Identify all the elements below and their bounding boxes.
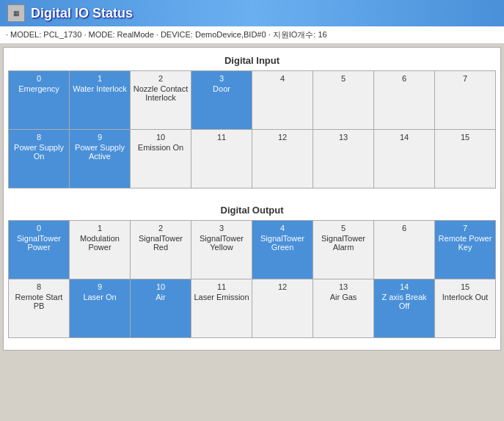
cell-number: 12 xyxy=(255,133,310,142)
digital-input-grid: 0Emergency1Water Interlock2Nozzle Contac… xyxy=(8,70,496,188)
grid-cell-15[interactable]: 15 xyxy=(435,130,496,188)
cell-number: 5 xyxy=(315,74,371,83)
grid-cell-3[interactable]: 3Door xyxy=(191,71,252,130)
cell-number: 9 xyxy=(72,282,128,291)
cell-label: Air Gas xyxy=(315,293,371,301)
cell-label: Remote Power Key xyxy=(437,234,493,252)
icon-graphic: ▦ xyxy=(13,10,20,17)
grid-cell-0[interactable]: 0Emergency xyxy=(9,71,70,130)
cell-label: Interlock Out xyxy=(437,293,493,301)
cell-number: 4 xyxy=(255,224,310,233)
title-bar-text: Digital IO Status xyxy=(31,6,133,21)
cell-number: 15 xyxy=(437,282,493,291)
grid-cell-1[interactable]: 1Water Interlock xyxy=(70,71,131,130)
cell-number: 3 xyxy=(194,74,249,83)
cell-number: 0 xyxy=(11,74,67,83)
cell-number: 12 xyxy=(255,282,310,291)
cell-label: Power Supply On xyxy=(11,143,67,161)
cell-label: Air xyxy=(133,293,189,301)
cell-label: Emission On xyxy=(133,143,189,152)
grid-cell-6[interactable]: 6 xyxy=(374,71,435,130)
grid-cell-9[interactable]: 9Laser On xyxy=(70,279,131,338)
cell-label: Z axis Break Off xyxy=(376,293,432,310)
cell-label: Remote Start PB xyxy=(11,293,67,310)
grid-cell-0[interactable]: 0SignalTower Power xyxy=(9,221,70,279)
grid-cell-12[interactable]: 12 xyxy=(252,130,313,188)
cell-label: SignalTower Green xyxy=(255,234,310,252)
grid-cell-12[interactable]: 12 xyxy=(252,279,313,338)
grid-cell-9[interactable]: 9Power Supply Active xyxy=(70,130,131,188)
cell-number: 11 xyxy=(194,133,249,142)
cell-number: 14 xyxy=(376,282,432,291)
cell-number: 13 xyxy=(315,133,371,142)
grid-cell-15[interactable]: 15Interlock Out xyxy=(435,279,496,338)
cell-label: Water Interlock xyxy=(72,84,128,93)
cell-label: SignalTower Red xyxy=(133,234,189,252)
cell-number: 5 xyxy=(315,224,371,233)
grid-cell-2[interactable]: 2SignalTower Red xyxy=(131,221,191,279)
cell-label: Power Supply Active xyxy=(72,143,128,161)
cell-number: 4 xyxy=(255,74,310,83)
cell-number: 3 xyxy=(194,224,249,233)
cell-number: 1 xyxy=(72,74,128,83)
info-text: · MODEL: PCL_1730 · MODE: RealMode · DEV… xyxy=(6,30,327,39)
grid-cell-11[interactable]: 11Laser Emission xyxy=(191,279,252,338)
cell-number: 2 xyxy=(133,74,189,83)
cell-label: Nozzle Contact Interlock xyxy=(133,84,189,102)
cell-label: SignalTower Power xyxy=(11,234,67,252)
grid-cell-8[interactable]: 8Remote Start PB xyxy=(9,279,70,338)
grid-cell-10[interactable]: 10Emission On xyxy=(131,130,191,188)
grid-cell-10[interactable]: 10Air xyxy=(131,279,191,338)
cell-label: Emergency xyxy=(11,84,67,93)
cell-number: 0 xyxy=(11,224,67,233)
grid-cell-5[interactable]: 5 xyxy=(313,71,374,130)
cell-label: Modulation Power xyxy=(72,234,128,252)
main-content: Digital Input 0Emergency1Water Interlock… xyxy=(3,47,501,351)
grid-cell-4[interactable]: 4 xyxy=(252,71,313,130)
title-bar-icon: ▦ xyxy=(7,4,25,22)
cell-label: SignalTower Alarm xyxy=(315,234,371,252)
grid-cell-2[interactable]: 2Nozzle Contact Interlock xyxy=(131,71,191,130)
cell-number: 6 xyxy=(376,224,432,233)
grid-cell-1[interactable]: 1Modulation Power xyxy=(70,221,131,279)
grid-cell-7[interactable]: 7 xyxy=(435,71,496,130)
grid-cell-6[interactable]: 6 xyxy=(374,221,435,279)
cell-number: 7 xyxy=(437,74,493,83)
cell-number: 8 xyxy=(11,133,67,142)
cell-label: SignalTower Yellow xyxy=(194,234,249,252)
grid-cell-13[interactable]: 13 xyxy=(313,130,374,188)
cell-number: 1 xyxy=(72,224,128,233)
grid-cell-8[interactable]: 8Power Supply On xyxy=(9,130,70,188)
title-bar: ▦ Digital IO Status xyxy=(0,0,504,26)
cell-number: 6 xyxy=(376,74,432,83)
cell-label: Door xyxy=(194,84,249,93)
cell-number: 7 xyxy=(437,224,493,233)
info-bar: · MODEL: PCL_1730 · MODE: RealMode · DEV… xyxy=(0,26,504,44)
grid-cell-14[interactable]: 14Z axis Break Off xyxy=(374,279,435,338)
cell-number: 2 xyxy=(133,224,189,233)
cell-number: 15 xyxy=(437,133,493,142)
cell-label: Laser On xyxy=(72,293,128,301)
cell-number: 14 xyxy=(376,133,432,142)
digital-input-section: Digital Input 0Emergency1Water Interlock… xyxy=(8,52,496,188)
grid-cell-5[interactable]: 5SignalTower Alarm xyxy=(313,221,374,279)
digital-output-title: Digital Output xyxy=(8,202,496,220)
cell-number: 8 xyxy=(11,282,67,291)
grid-cell-4[interactable]: 4SignalTower Green xyxy=(252,221,313,279)
grid-cell-14[interactable]: 14 xyxy=(374,130,435,188)
grid-cell-11[interactable]: 11 xyxy=(191,130,252,188)
cell-label: Laser Emission xyxy=(194,293,249,301)
digital-output-grid: 0SignalTower Power1Modulation Power2Sign… xyxy=(8,220,496,338)
cell-number: 11 xyxy=(194,282,249,291)
cell-number: 10 xyxy=(133,282,189,291)
digital-input-title: Digital Input xyxy=(8,52,496,70)
grid-cell-3[interactable]: 3SignalTower Yellow xyxy=(191,221,252,279)
grid-cell-13[interactable]: 13Air Gas xyxy=(313,279,374,338)
digital-output-section: Digital Output 0SignalTower Power1Modula… xyxy=(8,202,496,338)
grid-cell-7[interactable]: 7Remote Power Key xyxy=(435,221,496,279)
cell-number: 13 xyxy=(315,282,371,291)
cell-number: 10 xyxy=(133,133,189,142)
cell-number: 9 xyxy=(72,133,128,142)
